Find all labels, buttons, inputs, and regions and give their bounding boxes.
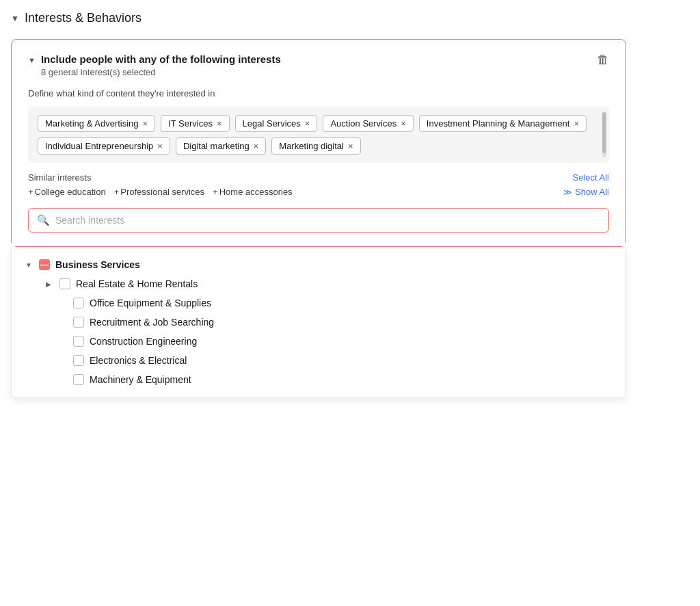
tag-individual-entrepreneurship[interactable]: Individual Entrepreneurship × [38, 137, 170, 155]
tag-marketing-advertising[interactable]: Marketing & Advertising × [38, 115, 155, 132]
scrollbar-thumb[interactable] [602, 112, 606, 153]
tag-remove-icon[interactable]: × [401, 118, 406, 129]
tag-remove-icon[interactable]: × [217, 118, 222, 129]
card-title: Include people with any of the following… [41, 53, 281, 65]
tree-parent-chevron-icon: ▼ [25, 261, 33, 269]
card-subtitle: 8 general interest(s) selected [41, 67, 281, 77]
tree-item-recruitment[interactable]: ▶ Recruitment & Job Searching [12, 313, 625, 332]
tree-item-construction[interactable]: ▶ Construction Engineering [12, 332, 625, 351]
tag-label: Investment Planning & Management [427, 118, 570, 129]
scrollbar-track[interactable] [602, 112, 606, 157]
select-all-link[interactable]: Select All [573, 172, 609, 183]
tag-label: Legal Services [243, 118, 301, 129]
similar-chip-college[interactable]: College education [28, 187, 106, 197]
tag-label: IT Services [168, 118, 213, 129]
tag-marketing-digital[interactable]: Marketing digital × [271, 137, 360, 155]
tree-item-checkbox[interactable] [73, 336, 84, 347]
tag-remove-icon[interactable]: × [157, 141, 163, 151]
tree-item-checkbox[interactable] [59, 278, 70, 289]
show-all-link[interactable]: ≫ Show All [563, 187, 609, 197]
tag-label: Marketing & Advertising [45, 118, 139, 129]
tag-investment-planning[interactable]: Investment Planning & Management × [419, 115, 587, 132]
similar-chips-row: College education Professional services … [28, 187, 609, 197]
tags-container: Marketing & Advertising × IT Services × … [28, 107, 609, 163]
card-header-text: Include people with any of the following… [41, 53, 281, 77]
tree-item-label: Construction Engineering [90, 336, 197, 347]
dropdown-tree: ▼ — Business Services ▶ Real Estate & Ho… [11, 247, 626, 398]
delete-icon[interactable]: 🗑 [597, 53, 609, 66]
show-all-chevrons-icon: ≫ [563, 187, 572, 197]
interests-card: ▼ Include people with any of the followi… [11, 39, 626, 247]
tree-item-label: Electronics & Electrical [90, 355, 187, 366]
tree-item-checkbox[interactable] [73, 374, 84, 385]
similar-chips: College education Professional services … [28, 187, 293, 197]
tree-item-label: Real Estate & Home Rentals [76, 278, 198, 289]
similar-interests-row: Similar interests Select All [28, 172, 609, 183]
tree-item-label: Machinery & Equipment [90, 374, 191, 385]
tree-item-machinery[interactable]: ▶ Machinery & Equipment [12, 370, 625, 389]
tree-item-label: Recruitment & Job Searching [90, 317, 214, 328]
tree-child-chevron-icon: ▶ [46, 280, 54, 288]
tag-label: Marketing digital [279, 141, 344, 151]
define-text: Define what kind of content they're inte… [28, 88, 609, 98]
tree-item-office-equipment[interactable]: ▶ Office Equipment & Supplies [12, 293, 625, 313]
section-header: ▼ Interests & Behaviors [11, 11, 689, 25]
similar-chip-home[interactable]: Home accessories [213, 187, 293, 197]
tree-parent-business-services[interactable]: ▼ — Business Services [12, 255, 625, 274]
search-box-wrapper: 🔍 [12, 208, 625, 246]
similar-chip-professional[interactable]: Professional services [114, 187, 204, 197]
card-chevron-icon[interactable]: ▼ [28, 56, 36, 64]
tag-remove-icon[interactable]: × [574, 118, 579, 129]
tag-digital-marketing[interactable]: Digital marketing × [176, 137, 266, 155]
tree-item-checkbox[interactable] [73, 355, 84, 366]
tag-remove-icon[interactable]: × [143, 118, 148, 129]
tree-parent-label: Business Services [55, 259, 140, 270]
tag-remove-icon[interactable]: × [348, 141, 353, 151]
tree-item-label: Office Equipment & Supplies [90, 298, 211, 308]
tags-inner: Marketing & Advertising × IT Services × … [38, 115, 600, 155]
tag-it-services[interactable]: IT Services × [161, 115, 229, 132]
tree-item-real-estate[interactable]: ▶ Real Estate & Home Rentals [12, 274, 625, 293]
tag-legal-services[interactable]: Legal Services × [235, 115, 318, 132]
tree-parent-checkbox[interactable]: — [39, 259, 50, 270]
section-chevron-icon[interactable]: ▼ [11, 14, 19, 23]
tree-item-electronics[interactable]: ▶ Electronics & Electrical [12, 351, 625, 370]
section-title: Interests & Behaviors [25, 11, 142, 25]
show-all-label: Show All [575, 187, 609, 197]
tag-label: Auction Services [330, 118, 396, 129]
card-header-left: ▼ Include people with any of the followi… [28, 53, 281, 77]
tag-label: Digital marketing [183, 141, 250, 151]
search-input[interactable] [55, 215, 600, 226]
search-input-container: 🔍 [28, 208, 609, 233]
tag-auction-services[interactable]: Auction Services × [323, 115, 413, 132]
card-header: ▼ Include people with any of the followi… [28, 53, 609, 77]
tree-item-checkbox[interactable] [73, 317, 84, 328]
search-icon: 🔍 [37, 214, 50, 226]
similar-label: Similar interests [28, 172, 91, 183]
tree-item-checkbox[interactable] [73, 298, 84, 308]
tag-remove-icon[interactable]: × [305, 118, 310, 129]
tag-remove-icon[interactable]: × [254, 141, 259, 151]
tag-label: Individual Entrepreneurship [45, 141, 153, 151]
